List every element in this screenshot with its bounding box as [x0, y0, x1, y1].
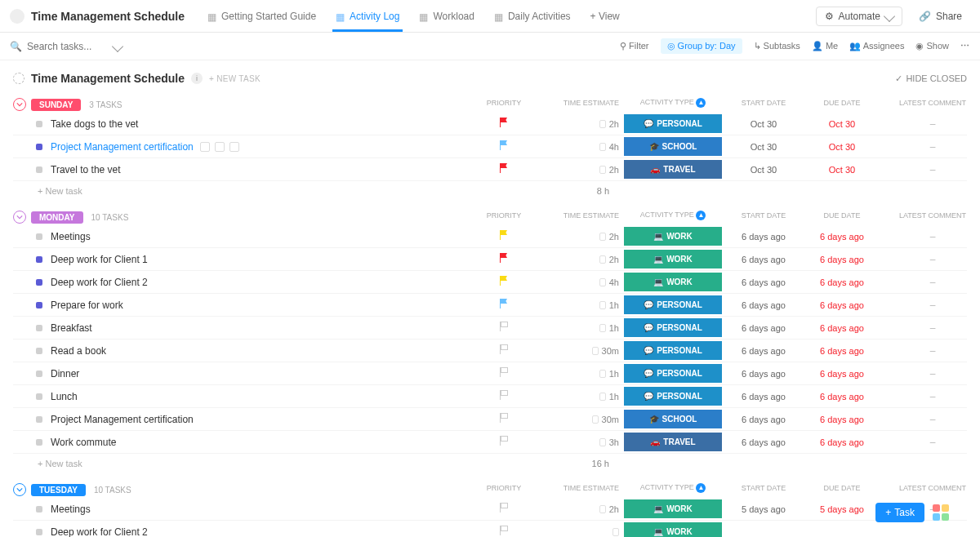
info-icon[interactable]: i: [191, 73, 203, 84]
column-header[interactable]: LATEST COMMENT: [884, 484, 980, 492]
priority-cell[interactable]: [475, 163, 532, 175]
status-square-icon[interactable]: [36, 439, 42, 446]
task-row[interactable]: Travel to the vet2h🚗TRAVELOct 30Oct 30–: [13, 158, 967, 181]
time-estimate-cell[interactable]: 30m: [537, 346, 619, 356]
priority-cell[interactable]: [475, 276, 532, 288]
time-estimate-cell[interactable]: 4h: [537, 142, 619, 152]
status-square-icon[interactable]: [36, 348, 42, 354]
task-row[interactable]: Lunch1h💬PERSONAL6 days ago6 days ago–: [13, 385, 967, 408]
activity-type-cell[interactable]: 💻WORK: [624, 250, 722, 268]
automate-button[interactable]: ⚙ Automate: [816, 7, 902, 26]
activity-type-cell[interactable]: 💻WORK: [624, 522, 722, 537]
view-tab-getting-started-guide[interactable]: ▦Getting Started Guide: [198, 0, 326, 32]
column-header[interactable]: ACTIVITY TYPE ▲: [624, 211, 722, 220]
start-date-cell[interactable]: 6 days ago: [727, 415, 800, 424]
task-title[interactable]: Project Management certification: [51, 141, 194, 153]
activity-type-cell[interactable]: 💻WORK: [624, 227, 722, 246]
activity-type-cell[interactable]: 💬PERSONAL: [624, 114, 722, 133]
priority-cell[interactable]: [475, 140, 532, 153]
due-date-cell[interactable]: 6 days ago: [805, 323, 879, 333]
activity-type-cell[interactable]: 💬PERSONAL: [624, 295, 722, 314]
priority-cell[interactable]: [475, 344, 532, 357]
column-header[interactable]: ACTIVITY TYPE ▲: [624, 483, 722, 493]
status-square-icon[interactable]: [36, 416, 42, 423]
due-date-cell[interactable]: 6 days ago: [805, 277, 879, 287]
status-square-icon[interactable]: [36, 371, 42, 377]
column-header[interactable]: START DATE: [727, 99, 800, 107]
link-icon[interactable]: [215, 142, 225, 152]
activity-type-cell[interactable]: 💬PERSONAL: [624, 341, 722, 360]
comment-cell[interactable]: –: [884, 437, 980, 448]
due-date-cell[interactable]: 6 days ago: [805, 392, 879, 402]
column-header[interactable]: DUE DATE: [805, 211, 879, 220]
task-row[interactable]: Deep work for Client 12h💻WORK6 days ago6…: [13, 248, 967, 271]
collapse-icon[interactable]: [13, 98, 26, 111]
status-square-icon[interactable]: [36, 393, 42, 400]
more-icon[interactable]: ⋯: [960, 41, 970, 51]
start-date-cell[interactable]: 6 days ago: [727, 392, 800, 402]
view-tab-workload[interactable]: ▦Workload: [409, 0, 483, 32]
task-title[interactable]: Lunch: [51, 391, 78, 402]
collapse-icon[interactable]: [13, 211, 26, 224]
add-view-button[interactable]: + View: [581, 0, 630, 32]
filter-button[interactable]: ⚲ Filter: [620, 41, 649, 51]
group-pill[interactable]: SUNDAY: [31, 99, 81, 111]
time-estimate-cell[interactable]: 2h: [537, 165, 619, 175]
comment-cell[interactable]: –: [884, 391, 980, 402]
time-estimate-cell[interactable]: 2h: [537, 504, 619, 514]
group-pill[interactable]: MONDAY: [31, 211, 83, 224]
task-title[interactable]: Work commute: [51, 437, 116, 448]
start-date-cell[interactable]: Oct 30: [727, 142, 800, 152]
activity-type-cell[interactable]: 🚗TRAVEL: [624, 433, 722, 451]
subtask-icon[interactable]: [200, 142, 210, 152]
new-task-fab[interactable]: + Task: [875, 503, 924, 522]
time-estimate-cell[interactable]: 1h: [537, 392, 619, 402]
start-date-cell[interactable]: 6 days ago: [727, 369, 800, 379]
task-row[interactable]: Dinner1h💬PERSONAL6 days ago6 days ago–: [13, 362, 967, 385]
priority-cell[interactable]: [475, 299, 532, 311]
column-header[interactable]: DUE DATE: [805, 484, 879, 492]
activity-type-cell[interactable]: 🚗TRAVEL: [624, 160, 722, 179]
start-date-cell[interactable]: 6 days ago: [727, 300, 800, 310]
comment-cell[interactable]: –: [884, 254, 980, 265]
task-title[interactable]: Meetings: [51, 231, 91, 242]
me-button[interactable]: 👤 Me: [812, 41, 838, 51]
comment-cell[interactable]: –: [884, 141, 980, 153]
activity-type-cell[interactable]: 💬PERSONAL: [624, 364, 722, 383]
status-square-icon[interactable]: [36, 166, 42, 173]
comment-cell[interactable]: –: [884, 368, 980, 379]
due-date-cell[interactable]: 6 days ago: [805, 415, 879, 424]
chevron-down-icon[interactable]: [112, 40, 123, 51]
time-estimate-cell[interactable]: 1h: [537, 300, 619, 310]
task-row[interactable]: Project Management certification4h🎓SCHOO…: [13, 135, 967, 158]
time-estimate-cell[interactable]: 30m: [537, 415, 619, 424]
due-date-cell[interactable]: 6 days ago: [805, 369, 879, 379]
assignees-button[interactable]: 👥 Assignees: [849, 41, 904, 51]
column-header[interactable]: TIME ESTIMATE: [537, 99, 619, 107]
groupby-button[interactable]: ◎ Group by: Day: [661, 38, 742, 54]
show-button[interactable]: ◉ Show: [915, 41, 949, 51]
task-title[interactable]: Deep work for Client 2: [51, 277, 148, 288]
priority-cell[interactable]: [475, 118, 532, 130]
task-title[interactable]: Read a book: [51, 345, 106, 357]
group-pill[interactable]: TUESDAY: [31, 484, 86, 496]
comment-cell[interactable]: –: [884, 164, 980, 175]
task-row[interactable]: Deep work for Client 2💻WORK: [13, 521, 967, 537]
task-title[interactable]: Dinner: [51, 368, 79, 379]
priority-cell[interactable]: [475, 413, 532, 425]
time-estimate-cell[interactable]: 2h: [537, 119, 619, 129]
comment-cell[interactable]: –: [884, 118, 980, 130]
comment-cell[interactable]: –: [884, 322, 980, 334]
task-row[interactable]: Breakfast1h💬PERSONAL6 days ago6 days ago…: [13, 317, 967, 340]
due-date-cell[interactable]: 6 days ago: [805, 232, 879, 242]
task-row[interactable]: Prepare for work1h💬PERSONAL6 days ago6 d…: [13, 294, 967, 317]
comment-cell[interactable]: –: [884, 277, 980, 288]
workspace-icon[interactable]: [10, 9, 24, 24]
start-date-cell[interactable]: 6 days ago: [727, 255, 800, 264]
status-square-icon[interactable]: [36, 325, 42, 331]
start-date-cell[interactable]: 5 days ago: [727, 504, 800, 514]
task-inline-actions[interactable]: [200, 142, 239, 152]
due-date-cell[interactable]: 6 days ago: [805, 300, 879, 310]
collapse-icon[interactable]: [13, 483, 26, 496]
column-header[interactable]: ACTIVITY TYPE ▲: [624, 98, 722, 108]
